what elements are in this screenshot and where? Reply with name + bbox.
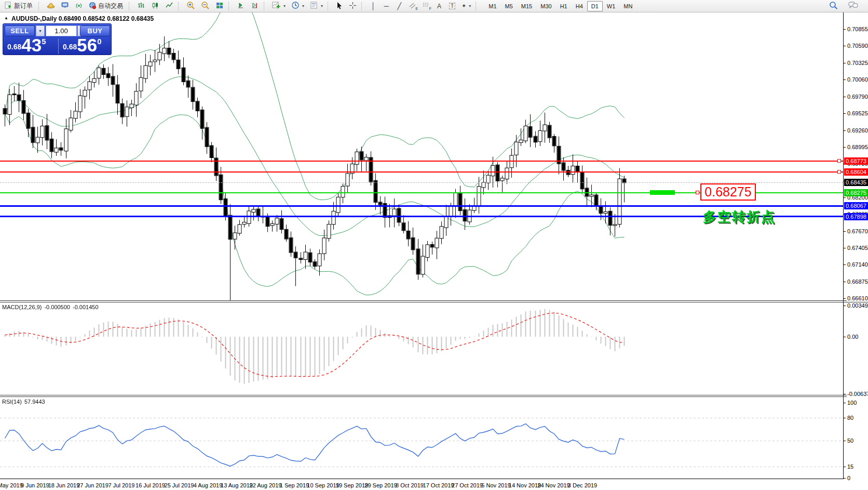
new-order-icon: [4, 1, 12, 11]
buy-price[interactable]: 0.68560: [63, 35, 102, 54]
price-tick: 0.67405: [847, 245, 868, 251]
axis-tick-mark: [843, 197, 846, 198]
axis-tick-mark: [843, 29, 846, 30]
tab-period-M1[interactable]: M1: [484, 1, 500, 11]
text-button[interactable]: A: [433, 1, 445, 11]
date-label: 14 Nov 2019: [509, 482, 541, 488]
rsi-name: RSI(14): [2, 399, 22, 405]
fibonacci-letter: F: [429, 7, 431, 10]
bar-chart-button[interactable]: [134, 1, 148, 11]
toolbar-right-icons: [826, 1, 866, 11]
line-handle[interactable]: [696, 191, 699, 194]
thick-line-segment[interactable]: [650, 190, 675, 195]
crosshair-button[interactable]: [346, 1, 359, 11]
date-label: 29 Sep 2019: [364, 482, 397, 488]
chinese-annotation[interactable]: 多空转折点: [703, 208, 776, 226]
fibonacci-button[interactable]: F: [419, 1, 432, 11]
date-label: 7 Jul 2019: [108, 482, 135, 488]
date-label: 27 Oct 2019: [452, 482, 483, 488]
gold-hat-icon: [47, 2, 55, 10]
buy-label: BUY: [88, 27, 103, 35]
chat-button[interactable]: [846, 1, 861, 11]
toolbar-grip: [328, 2, 331, 10]
macd-value-main: -0.000500: [44, 304, 70, 310]
price-line-0.68604[interactable]: [0, 171, 843, 173]
price-line-label: 0.67898: [844, 213, 868, 220]
arrows-button[interactable]: ✦ ▾: [459, 1, 473, 11]
toolbar-grip: [361, 2, 365, 10]
request-button[interactable]: [44, 1, 58, 11]
price-line-label: 0.68067: [844, 202, 868, 209]
spinner-down-icon: ▼: [38, 29, 42, 33]
axis-tick-mark: [843, 248, 846, 248]
price-callout-box[interactable]: 0.68275: [700, 183, 756, 201]
tab-period-D1[interactable]: D1: [587, 1, 603, 11]
clock-icon: [291, 1, 300, 11]
mt4-window: 新订单 自动交易: [0, 0, 868, 490]
chevron-down-icon: ▾: [469, 4, 471, 8]
price-line-label: 0.68275: [844, 189, 868, 196]
new-order-button[interactable]: 新订单: [2, 1, 36, 11]
date-label: 5 Nov 2019: [481, 482, 510, 488]
date-label: 9 Jun 2019: [21, 482, 49, 488]
macd-canvas[interactable]: [0, 302, 843, 395]
text-label-button[interactable]: T: [446, 1, 458, 11]
equidistant-channel-button[interactable]: E: [406, 1, 419, 11]
vertical-line-button[interactable]: │: [367, 1, 379, 11]
line-chart-button[interactable]: [162, 1, 176, 11]
signals-button[interactable]: [72, 1, 86, 11]
price-line-0.68773[interactable]: [0, 161, 843, 162]
line-handle[interactable]: [837, 170, 841, 174]
axis-tick-mark: [843, 147, 846, 148]
terminal-button[interactable]: [58, 1, 72, 11]
price-line-0.68067[interactable]: [0, 205, 843, 207]
cursor-button[interactable]: [333, 1, 346, 11]
rsi-tick: 50: [847, 438, 854, 444]
search-icon: [829, 1, 838, 11]
zoom-in-button[interactable]: [184, 1, 198, 11]
auto-scroll-button[interactable]: [234, 1, 248, 11]
tab-period-H1[interactable]: H1: [556, 1, 572, 11]
tab-period-M30[interactable]: M30: [536, 1, 555, 11]
line-handle[interactable]: [837, 159, 841, 163]
axis-tick-mark: [843, 130, 846, 131]
indicators-button[interactable]: ▾: [269, 1, 288, 11]
sell-price[interactable]: 0.68435: [7, 35, 46, 54]
search-button[interactable]: [826, 1, 840, 11]
chart-frame-bottom: [0, 479, 844, 479]
macd-tick: 0.00: [847, 334, 859, 340]
axis-tick-mark: [843, 264, 846, 265]
zoom-out-button[interactable]: [198, 1, 212, 11]
chart-shift-button[interactable]: [248, 1, 262, 11]
candlestick-button[interactable]: [148, 1, 162, 11]
date-label: 22 Aug 2019: [250, 482, 282, 488]
axis-tick-mark: [843, 298, 846, 299]
text-label-icon: T: [449, 3, 455, 9]
tile-windows-button[interactable]: [213, 1, 226, 11]
date-label: 24 Nov 2019: [537, 482, 569, 488]
template-icon: [310, 1, 318, 11]
price-chart-canvas[interactable]: [0, 12, 843, 300]
templates-button[interactable]: ▾: [307, 1, 326, 11]
autotrading-button[interactable]: 自动交易: [86, 1, 127, 11]
tab-period-M5[interactable]: M5: [501, 1, 517, 11]
tab-period-M15[interactable]: M15: [517, 1, 536, 11]
date-label: 3 Dec 2019: [568, 482, 597, 488]
horizontal-line-button[interactable]: ─: [380, 1, 392, 11]
tab-period-W1[interactable]: W1: [603, 1, 620, 11]
axis-tick-mark: [843, 441, 846, 441]
periods-button[interactable]: ▾: [289, 1, 307, 11]
tab-period-H4[interactable]: H4: [572, 1, 587, 11]
collapse-panel-icon[interactable]: ▲: [4, 16, 8, 20]
macd-header: MACD(12,26,9)-0.000500-0.001450: [2, 304, 101, 310]
axis-tick-mark: [843, 403, 846, 403]
tab-period-MN[interactable]: MN: [619, 1, 636, 11]
trendline-button[interactable]: ╱: [393, 1, 405, 11]
zoom-out-icon: [201, 1, 210, 11]
autotrading-icon: [88, 2, 97, 11]
rsi-canvas[interactable]: [0, 397, 843, 479]
chart-title: AUDUSD-,Daily 0.68490 0.68542 0.68122 0.…: [11, 15, 154, 22]
date-label: 13 Aug 2019: [221, 482, 253, 488]
price-line-0.68435[interactable]: [0, 182, 843, 183]
arrows-icon: ✦: [462, 3, 466, 9]
